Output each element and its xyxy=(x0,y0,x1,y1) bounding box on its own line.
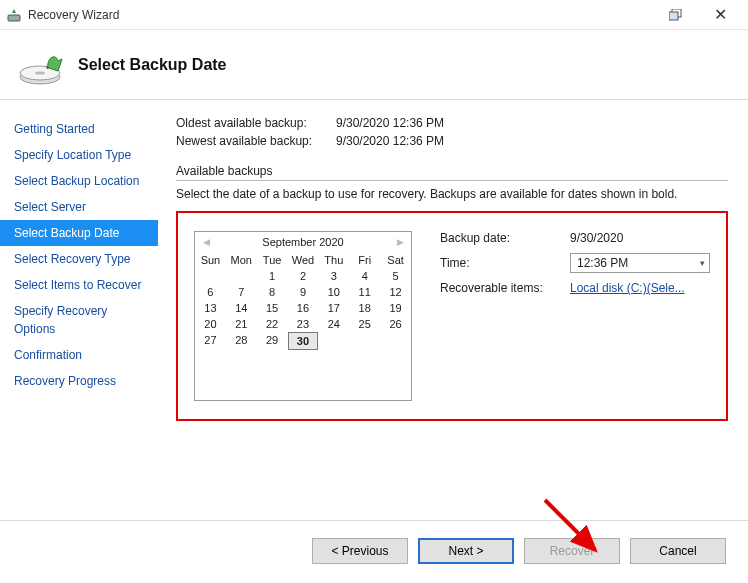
time-label: Time: xyxy=(440,256,570,270)
close-icon[interactable]: ✕ xyxy=(698,1,742,29)
calendar-day-header: Mon xyxy=(226,252,257,268)
recover-button: Recover xyxy=(524,538,620,564)
calendar-prev-icon[interactable]: ◀ xyxy=(201,237,211,247)
calendar-day-header: Wed xyxy=(288,252,319,268)
wizard-step[interactable]: Select Recovery Type xyxy=(0,246,158,272)
wizard-step[interactable]: Getting Started xyxy=(0,116,158,142)
recovery-wizard-icon xyxy=(6,7,22,23)
calendar[interactable]: ◀ September 2020 ▶ SunMonTueWedThuFriSat… xyxy=(194,231,412,401)
calendar-title: September 2020 xyxy=(219,236,387,248)
calendar-day-cell[interactable]: 10 xyxy=(318,284,349,300)
restore-window-icon[interactable] xyxy=(654,1,698,29)
next-button[interactable]: Next > xyxy=(418,538,514,564)
calendar-day-cell xyxy=(380,332,411,350)
calendar-day-cell xyxy=(226,268,257,284)
calendar-day-header: Tue xyxy=(257,252,288,268)
calendar-day-cell[interactable]: 7 xyxy=(226,284,257,300)
wizard-footer: < Previous Next > Recover Cancel xyxy=(0,520,748,580)
time-dropdown[interactable]: 12:36 PM ▾ xyxy=(570,253,710,273)
calendar-day-cell[interactable]: 15 xyxy=(257,300,288,316)
calendar-day-cell[interactable]: 30 xyxy=(288,332,319,350)
recoverable-items-label: Recoverable items: xyxy=(440,281,570,295)
calendar-day-cell[interactable]: 5 xyxy=(380,268,411,284)
calendar-day-cell[interactable]: 12 xyxy=(380,284,411,300)
time-value: 12:36 PM xyxy=(577,256,628,270)
calendar-day-cell[interactable]: 16 xyxy=(288,300,319,316)
calendar-day-header: Sun xyxy=(195,252,226,268)
oldest-backup-value: 9/30/2020 12:36 PM xyxy=(336,116,444,130)
calendar-day-cell[interactable]: 17 xyxy=(318,300,349,316)
svg-rect-2 xyxy=(669,12,678,20)
calendar-day-cell[interactable]: 2 xyxy=(288,268,319,284)
window-title: Recovery Wizard xyxy=(28,8,119,22)
newest-backup-label: Newest available backup: xyxy=(176,134,336,148)
wizard-step[interactable]: Select Backup Date xyxy=(0,220,158,246)
backup-date-value: 9/30/2020 xyxy=(570,231,710,245)
chevron-down-icon: ▾ xyxy=(700,258,705,268)
calendar-day-cell[interactable]: 23 xyxy=(288,316,319,332)
wizard-step[interactable]: Confirmation xyxy=(0,342,158,368)
calendar-day-header: Fri xyxy=(349,252,380,268)
calendar-day-cell[interactable]: 19 xyxy=(380,300,411,316)
wizard-steps-sidebar: Getting StartedSpecify Location TypeSele… xyxy=(0,100,158,520)
calendar-day-cell[interactable]: 14 xyxy=(226,300,257,316)
available-backups-label: Available backups xyxy=(176,164,728,178)
calendar-day-header: Sat xyxy=(380,252,411,268)
calendar-day-cell[interactable]: 21 xyxy=(226,316,257,332)
calendar-next-icon[interactable]: ▶ xyxy=(395,237,405,247)
calendar-day-cell[interactable]: 22 xyxy=(257,316,288,332)
calendar-day-cell[interactable]: 4 xyxy=(349,268,380,284)
wizard-step[interactable]: Select Server xyxy=(0,194,158,220)
calendar-day-cell[interactable]: 25 xyxy=(349,316,380,332)
svg-rect-0 xyxy=(8,15,20,21)
oldest-backup-label: Oldest available backup: xyxy=(176,116,336,130)
calendar-day-cell[interactable]: 11 xyxy=(349,284,380,300)
wizard-header: Select Backup Date xyxy=(0,30,748,100)
calendar-day-cell[interactable]: 24 xyxy=(318,316,349,332)
calendar-day-cell xyxy=(318,332,349,350)
divider xyxy=(176,180,728,181)
main-panel: Oldest available backup: 9/30/2020 12:36… xyxy=(158,100,748,520)
calendar-day-header: Thu xyxy=(318,252,349,268)
backup-details: Backup date: 9/30/2020 Time: 12:36 PM ▾ … xyxy=(440,231,710,401)
calendar-day-cell[interactable]: 1 xyxy=(257,268,288,284)
wizard-step[interactable]: Select Backup Location xyxy=(0,168,158,194)
recoverable-items-link[interactable]: Local disk (C:)(Sele... xyxy=(570,281,710,295)
backup-date-icon xyxy=(18,41,66,89)
calendar-day-cell[interactable]: 28 xyxy=(226,332,257,350)
calendar-day-cell[interactable]: 27 xyxy=(195,332,226,350)
page-title: Select Backup Date xyxy=(78,56,227,74)
wizard-step[interactable]: Select Items to Recover xyxy=(0,272,158,298)
instruction-text: Select the date of a backup to use for r… xyxy=(176,187,728,201)
wizard-step[interactable]: Specify Location Type xyxy=(0,142,158,168)
titlebar: Recovery Wizard ✕ xyxy=(0,0,748,30)
calendar-day-cell[interactable]: 9 xyxy=(288,284,319,300)
cancel-button[interactable]: Cancel xyxy=(630,538,726,564)
calendar-day-cell xyxy=(349,332,380,350)
calendar-day-cell[interactable]: 6 xyxy=(195,284,226,300)
calendar-day-cell[interactable]: 20 xyxy=(195,316,226,332)
calendar-day-cell[interactable]: 13 xyxy=(195,300,226,316)
calendar-day-cell[interactable]: 8 xyxy=(257,284,288,300)
calendar-day-cell[interactable]: 18 xyxy=(349,300,380,316)
calendar-day-cell[interactable]: 29 xyxy=(257,332,288,350)
wizard-step[interactable]: Recovery Progress xyxy=(0,368,158,394)
calendar-day-cell xyxy=(195,268,226,284)
newest-backup-value: 9/30/2020 12:36 PM xyxy=(336,134,444,148)
calendar-day-cell[interactable]: 26 xyxy=(380,316,411,332)
calendar-day-cell[interactable]: 3 xyxy=(318,268,349,284)
highlighted-region: ◀ September 2020 ▶ SunMonTueWedThuFriSat… xyxy=(176,211,728,421)
backup-date-label: Backup date: xyxy=(440,231,570,245)
previous-button[interactable]: < Previous xyxy=(312,538,408,564)
svg-point-5 xyxy=(35,71,45,74)
wizard-step[interactable]: Specify Recovery Options xyxy=(0,298,158,342)
